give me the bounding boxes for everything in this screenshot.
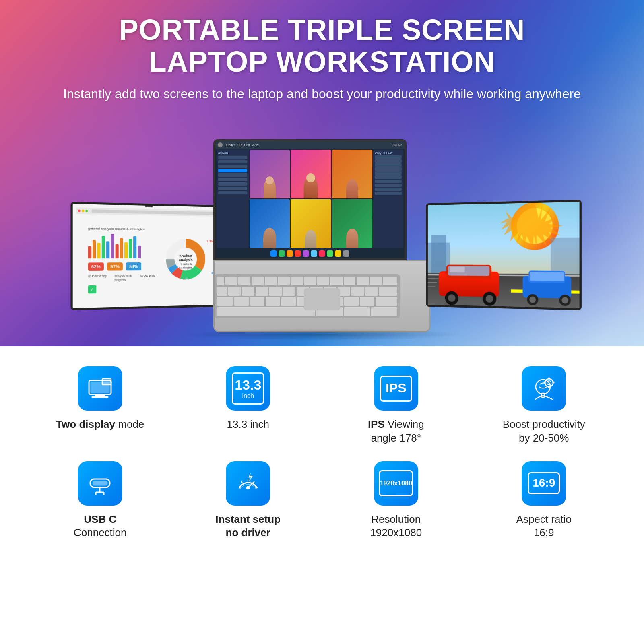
screen-size-label: 13.3 inch: [227, 418, 269, 431]
svg-marker-67: [249, 473, 252, 481]
two-display-icon-box: [78, 366, 122, 411]
gauge-icon: [235, 470, 261, 496]
instant-setup-label: Instant setupno driver: [215, 513, 281, 540]
left-monitor-content: general analysis results & strategies: [73, 204, 221, 308]
features-grid: Two display mode 13.3 inch 13.3 inch IPS: [32, 366, 612, 540]
productivity-icon-box: [522, 366, 566, 411]
main-screen: FinderFileEditView 9:41 AM Browse: [213, 139, 407, 260]
hero-section: PORTABLE TRIPLE SCREEN LAPTOP WORKSTATIO…: [0, 0, 644, 346]
feature-ips: IPS IPS Viewingangle 178°: [328, 366, 464, 445]
aspect-ratio-label: Aspect ratio16:9: [516, 513, 572, 540]
svg-rect-21: [551, 238, 579, 275]
svg-rect-45: [103, 380, 110, 384]
resolution-icon-box: 1920x1080: [374, 461, 418, 506]
product-image-area: general analysis results & strategies: [80, 107, 564, 332]
svg-rect-42: [95, 394, 105, 396]
right-monitor-content: [428, 202, 580, 308]
feature-aspect-ratio: 16:9 Aspect ratio16:9: [476, 461, 612, 540]
aspect-ratio-icon-box: 16:9: [522, 461, 566, 506]
headline-subtitle: Instantly add two screens to the laptop …: [63, 85, 581, 103]
two-display-label: Two display mode: [56, 418, 144, 431]
productivity-label: Boost productivityby 20-50%: [503, 418, 585, 445]
laptop-shadow: [181, 328, 463, 341]
monitor-clip-left: [145, 202, 153, 207]
svg-text:analysis: analysis: [179, 258, 193, 262]
laptop-keyboard: [213, 260, 431, 332]
svg-point-66: [246, 486, 250, 489]
headline-block: PORTABLE TRIPLE SCREEN LAPTOP WORKSTATIO…: [63, 14, 581, 103]
svg-line-61: [242, 481, 242, 483]
feature-resolution: 1920x1080 Resolution1920x1080: [328, 461, 464, 540]
svg-rect-51: [544, 382, 545, 383]
svg-text:results &: results &: [180, 262, 192, 266]
feature-screen-size: 13.3 inch 13.3 inch: [180, 366, 316, 445]
svg-rect-50: [548, 386, 550, 388]
svg-rect-52: [553, 382, 554, 383]
instant-setup-icon-box: [226, 461, 270, 506]
feature-instant-setup: Instant setupno driver: [180, 461, 316, 540]
left-monitor: general analysis results & strategies: [70, 202, 222, 310]
donut-chart-area: general analysis results & strategies: [76, 216, 217, 305]
svg-text:strategies: strategies: [179, 266, 192, 270]
svg-text:product: product: [180, 254, 192, 258]
svg-rect-20: [431, 235, 446, 273]
svg-rect-49: [548, 378, 550, 379]
feature-usb-c: USB CConnection: [32, 461, 168, 540]
screen-size-icon-box: 13.3 inch: [226, 366, 270, 411]
ips-icon-box: IPS: [374, 366, 418, 411]
ips-label: IPS Viewingangle 178°: [368, 418, 424, 445]
features-section: Two display mode 13.3 inch 13.3 inch IPS: [0, 346, 644, 556]
svg-rect-55: [93, 481, 107, 485]
donut-chart-svg: product analysis results & strategies: [164, 237, 206, 281]
right-monitor: [426, 200, 582, 310]
svg-rect-43: [92, 396, 108, 398]
feature-productivity: Boost productivityby 20-50%: [476, 366, 612, 445]
laptop-screens-icon: [87, 376, 113, 402]
svg-rect-24: [530, 272, 564, 281]
brain-gear-icon: [531, 376, 557, 402]
usb-c-label: USB CConnection: [74, 513, 127, 540]
trackpad: [304, 288, 340, 310]
svg-rect-32: [450, 267, 465, 273]
headline-main: PORTABLE TRIPLE SCREEN LAPTOP WORKSTATIO…: [63, 14, 581, 78]
usb-c-icon-box: [78, 461, 122, 506]
usb-c-icon: [87, 470, 113, 496]
resolution-label: Resolution1920x1080: [370, 513, 422, 540]
feature-two-display: Two display mode: [32, 366, 168, 445]
main-laptop: FinderFileEditView 9:41 AM Browse: [213, 139, 431, 332]
